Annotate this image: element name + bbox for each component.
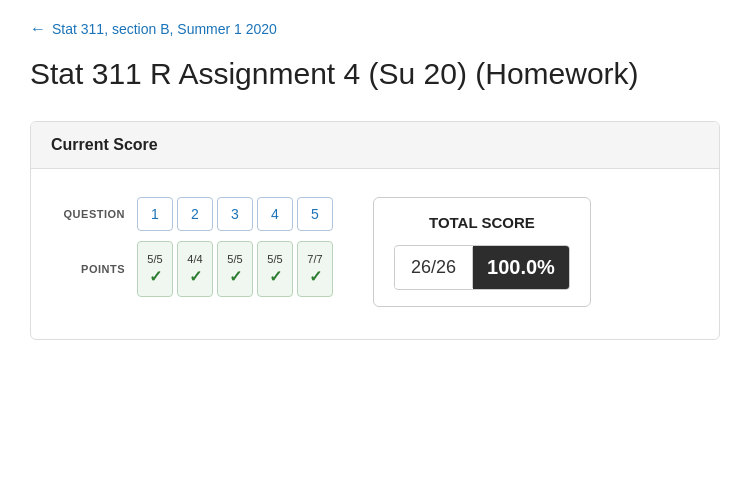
points-cell-2: 4/4 ✓	[177, 241, 213, 297]
points-value-4: 5/5	[267, 253, 282, 265]
page-container: ← Stat 311, section B, Summer 1 2020 Sta…	[0, 0, 750, 360]
score-card-header-title: Current Score	[51, 136, 158, 153]
total-score-label: TOTAL SCORE	[394, 214, 570, 231]
score-card-header: Current Score	[31, 122, 719, 169]
question-cell-1: 1	[137, 197, 173, 231]
total-score-values: 26/26 100.0%	[394, 245, 570, 290]
points-cell-3: 5/5 ✓	[217, 241, 253, 297]
score-card: Current Score QUESTION 1 2 3	[30, 121, 720, 340]
question-row-label: QUESTION	[55, 208, 125, 220]
page-title: Stat 311 R Assignment 4 (Su 20) (Homewor…	[30, 54, 720, 93]
back-link-label: Stat 311, section B, Summer 1 2020	[52, 21, 277, 37]
points-value-1: 5/5	[147, 253, 162, 265]
check-icon-2: ✓	[189, 267, 202, 286]
points-value-2: 4/4	[187, 253, 202, 265]
questions-section: QUESTION 1 2 3 4	[55, 197, 333, 297]
question-cell-2: 2	[177, 197, 213, 231]
total-score-fraction: 26/26	[395, 247, 473, 288]
points-cells: 5/5 ✓ 4/4 ✓ 5/5 ✓ 5/5 ✓	[137, 241, 333, 297]
question-cell-5: 5	[297, 197, 333, 231]
back-arrow-icon: ←	[30, 20, 46, 38]
score-card-body: QUESTION 1 2 3 4	[31, 169, 719, 339]
back-link[interactable]: ← Stat 311, section B, Summer 1 2020	[30, 20, 720, 38]
total-score-box: TOTAL SCORE 26/26 100.0%	[373, 197, 591, 307]
points-value-3: 5/5	[227, 253, 242, 265]
points-cell-1: 5/5 ✓	[137, 241, 173, 297]
total-score-percent: 100.0%	[473, 246, 569, 289]
question-cell-4: 4	[257, 197, 293, 231]
question-cell-3: 3	[217, 197, 253, 231]
points-row: POINTS 5/5 ✓ 4/4 ✓ 5/5 ✓	[55, 241, 333, 297]
check-icon-3: ✓	[229, 267, 242, 286]
check-icon-5: ✓	[309, 267, 322, 286]
question-cells: 1 2 3 4 5	[137, 197, 333, 231]
points-row-label: POINTS	[55, 263, 125, 275]
question-numbers-row: QUESTION 1 2 3 4	[55, 197, 333, 231]
points-cell-5: 7/7 ✓	[297, 241, 333, 297]
points-cell-4: 5/5 ✓	[257, 241, 293, 297]
check-icon-1: ✓	[149, 267, 162, 286]
points-value-5: 7/7	[307, 253, 322, 265]
check-icon-4: ✓	[269, 267, 282, 286]
